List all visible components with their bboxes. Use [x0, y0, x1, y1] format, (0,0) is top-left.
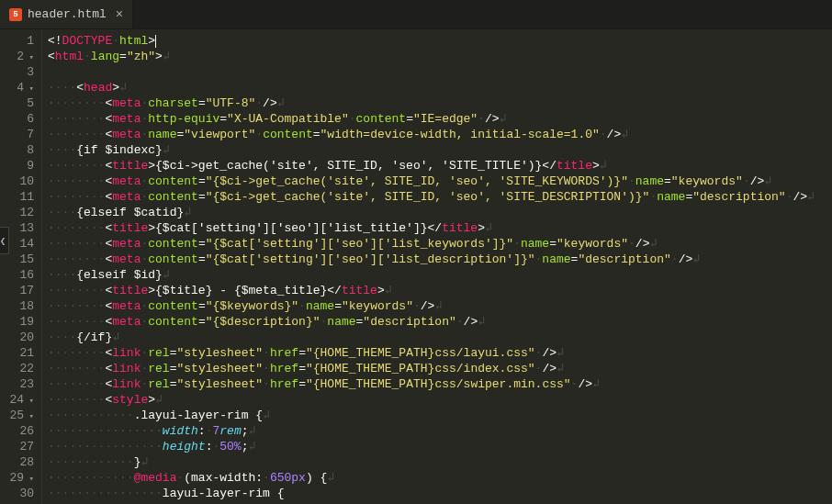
- token-ws: ↲: [184, 206, 191, 219]
- token-num: 650px: [270, 471, 306, 485]
- token-ws: ·: [263, 346, 270, 360]
- token-attr: content: [148, 190, 198, 204]
- token-ws: ↲: [557, 362, 564, 375]
- token-kw: rem: [219, 424, 241, 438]
- token-str: "viewport": [184, 128, 255, 141]
- line-number: 6: [4, 111, 34, 127]
- code-line[interactable]: ················height:·50%;↲: [48, 439, 832, 454]
- token-pun: />: [793, 190, 807, 204]
- code-line[interactable]: ········<title>{$title} - {$meta_title}<…: [48, 283, 832, 298]
- code-line[interactable]: ········<meta·name="viewport"·content="w…: [48, 127, 832, 142]
- chevron-left-icon[interactable]: ❮: [0, 227, 9, 254]
- code-line[interactable]: ········<meta·content="{$cat['setting'][…: [48, 236, 832, 252]
- code-line[interactable]: ················layui-layer-rim {: [48, 486, 832, 501]
- token-attr: rel: [148, 362, 169, 375]
- tab-header-html[interactable]: header.html ×: [0, 0, 133, 28]
- line-number: 24▾: [4, 392, 34, 408]
- token-pun: =: [198, 315, 206, 329]
- code-line[interactable]: ········<title>{$ci->get_cache('site', S…: [48, 158, 832, 174]
- code-line[interactable]: ········<meta·content="{$cat['setting'][…: [48, 252, 832, 267]
- code-line[interactable]: ····<head>↲: [48, 80, 832, 95]
- code-line[interactable]: ····{/if}↲: [48, 330, 832, 345]
- token-ws: ↲: [807, 190, 815, 204]
- code-line[interactable]: ········<meta·content="{$description}"·n…: [48, 314, 832, 330]
- code-line[interactable]: ········<link·rel="stylesheet"·href="{HO…: [48, 345, 832, 361]
- token-ws: ········: [48, 112, 105, 126]
- token-pun: =: [119, 50, 127, 63]
- token-ws: ········: [48, 393, 105, 407]
- line-number: 28: [4, 454, 34, 470]
- code-line[interactable]: ········<meta·content="{$keywords}"·name…: [48, 298, 832, 314]
- token-num: 50%: [219, 440, 241, 454]
- token-ws: ·: [263, 362, 270, 375]
- token-pun: <: [48, 50, 55, 63]
- token-pun: =: [198, 174, 206, 188]
- token-txt: (max-width:: [184, 471, 263, 485]
- token-ws: ········: [48, 190, 105, 204]
- token-ws: ·: [255, 128, 263, 141]
- token-str: "{$cat['setting']['seo']['list_descripti…: [206, 252, 535, 266]
- token-ws: ↲: [163, 268, 170, 282]
- line-number: 25▾: [4, 408, 34, 423]
- close-icon[interactable]: ×: [116, 7, 123, 22]
- token-attr: href: [270, 346, 298, 360]
- line-number-gutter: 12▾34▾5678910111213141516171819202122232…: [0, 29, 42, 504]
- token-ws: ········: [48, 221, 105, 235]
- token-txt: {elseif $id}: [76, 268, 163, 282]
- line-number: 3: [4, 64, 34, 80]
- token-tag: title: [112, 284, 148, 297]
- token-pun: >: [592, 159, 600, 173]
- token-pun: >: [148, 34, 155, 48]
- code-line[interactable]: ················width:·7rem;↲: [48, 423, 832, 439]
- token-pun: />: [635, 237, 650, 251]
- html5-icon: [9, 8, 22, 21]
- token-pun: <!: [48, 34, 62, 48]
- token-ws: ····: [48, 268, 76, 282]
- token-ws: ····: [48, 143, 76, 157]
- token-str: "stylesheet": [176, 346, 263, 360]
- code-area[interactable]: <!DOCTYPE·html><html·lang="zh">↲····<hea…: [42, 29, 832, 504]
- token-str: "{HOME_THEME_PATH}css/layui.css": [306, 346, 535, 360]
- token-ws: ↲: [263, 409, 270, 422]
- token-attr: content: [148, 237, 198, 251]
- code-line[interactable]: ············.layui-layer-rim {↲: [48, 408, 832, 423]
- code-line[interactable]: ········<meta·content="{$ci->get_cache('…: [48, 189, 832, 205]
- line-number: 30: [4, 486, 34, 501]
- token-ws: ·: [84, 50, 91, 63]
- code-line[interactable]: ········<title>{$cat['setting']['seo']['…: [48, 220, 832, 236]
- token-str: "description": [578, 252, 670, 266]
- code-line[interactable]: ········<link·rel="stylesheet"·href="{HO…: [48, 361, 832, 376]
- token-pun: >: [148, 284, 155, 297]
- code-line[interactable]: ····{elseif $catid}↲: [48, 205, 832, 220]
- code-line[interactable]: ········<meta·http-equiv="X-UA-Compatibl…: [48, 111, 832, 127]
- token-pun: />: [263, 96, 277, 110]
- code-line[interactable]: <!DOCTYPE·html>: [48, 33, 832, 49]
- line-number: 23: [4, 376, 34, 392]
- code-line[interactable]: [48, 64, 832, 80]
- editor[interactable]: ❮ 12▾34▾56789101112131415161718192021222…: [0, 29, 832, 504]
- token-pun: >: [112, 81, 119, 95]
- code-line[interactable]: ········<link·rel="stylesheet"·href="{HO…: [48, 376, 832, 392]
- token-ws: ············: [48, 471, 134, 485]
- token-str: "width=device-width, initial-scale=1.0": [320, 128, 600, 141]
- token-pun: =: [664, 174, 671, 188]
- token-txt: ) {: [306, 471, 327, 485]
- token-ws: ········: [48, 252, 105, 266]
- token-ws: ········: [48, 299, 105, 313]
- token-ws: ·: [478, 112, 485, 126]
- code-line[interactable]: ············}↲: [48, 454, 832, 470]
- line-number: 9: [4, 158, 34, 174]
- code-line[interactable]: <html·lang="zh">↲: [48, 49, 832, 64]
- code-line[interactable]: ········<meta·charset="UTF-8"·/>↲: [48, 95, 832, 111]
- token-tag: title: [557, 159, 592, 173]
- token-tag: title: [342, 284, 377, 297]
- line-number: 19: [4, 314, 34, 330]
- code-line[interactable]: ········<meta·content="{$ci->get_cache('…: [48, 174, 832, 189]
- token-pun: =: [198, 190, 206, 204]
- token-pun: >: [148, 159, 155, 173]
- code-line[interactable]: ····{if $indexc}↲: [48, 142, 832, 158]
- code-line[interactable]: ········<style>↲: [48, 392, 832, 408]
- code-line[interactable]: ····{elseif $id}↲: [48, 267, 832, 283]
- token-ws: ·: [513, 237, 521, 251]
- code-line[interactable]: ············@media·(max-width:·650px) {↲: [48, 470, 832, 486]
